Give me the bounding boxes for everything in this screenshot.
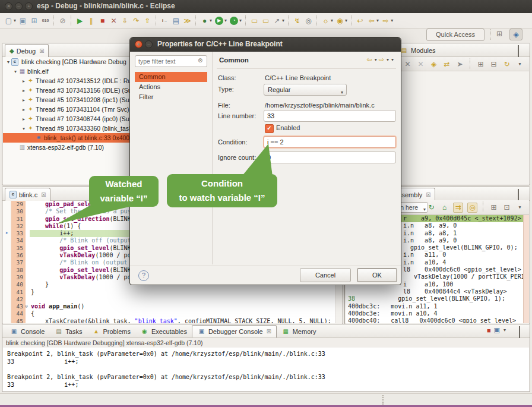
maximize-icon[interactable]: [518, 46, 525, 52]
minimize-icon[interactable]: [509, 327, 516, 333]
chevron-down-icon[interactable]: ▾: [12, 69, 18, 74]
maximize-icon[interactable]: [519, 327, 526, 333]
last-edit-button[interactable]: ↩: [354, 15, 366, 27]
tab-tasks[interactable]: ▤Tasks: [49, 325, 87, 337]
tab-debugger-console[interactable]: ▣Debugger Console☒: [192, 325, 277, 337]
layout-button[interactable]: ◈: [428, 58, 439, 70]
menu-button[interactable]: ▾: [514, 201, 525, 213]
search-pair-button[interactable]: ◎: [303, 15, 314, 27]
tab-memory[interactable]: ▦Memory: [277, 325, 321, 337]
chevron-right-icon[interactable]: ▸: [21, 116, 27, 122]
debug-perspective-icon[interactable]: ◈: [509, 29, 522, 40]
instruction-step-button[interactable]: i→: [159, 15, 170, 27]
disassembly-line[interactable]: 400dbc3c: movi.n a11, 1: [346, 303, 529, 310]
chevron-down-icon[interactable]: ▾: [5, 59, 11, 65]
back-icon[interactable]: ⇦: [367, 56, 372, 64]
new-wizard-button[interactable]: ▢▾: [3, 15, 17, 27]
minimize-icon[interactable]: [507, 46, 514, 52]
stop-icon[interactable]: ■: [487, 327, 491, 334]
occurrences-button[interactable]: ☼▾: [320, 15, 334, 27]
disconnect-button[interactable]: ✕: [108, 15, 119, 27]
track-expr-button[interactable]: ◎: [466, 201, 479, 213]
save-all-button[interactable]: ⊞: [28, 15, 40, 27]
chevron-right-icon[interactable]: ▸: [21, 78, 27, 84]
refresh-gold-button[interactable]: ↻: [501, 58, 512, 70]
run-button[interactable]: ▶▾: [213, 15, 228, 27]
forward-button[interactable]: ⇨▾: [380, 15, 394, 27]
tab-console[interactable]: ▣Console: [5, 325, 49, 337]
chevron-right-icon[interactable]: ▸: [21, 107, 27, 112]
line-number-input[interactable]: [264, 110, 396, 122]
fold-marker-icon[interactable]: ⊖: [25, 303, 30, 310]
chevron-down-icon[interactable]: ▾: [375, 57, 377, 62]
profile-button[interactable]: ◔▾: [228, 15, 243, 27]
back-button[interactable]: ⇦▾: [366, 15, 380, 27]
sync-active-button[interactable]: ⇉: [452, 201, 464, 213]
enabled-checkbox[interactable]: ✓: [265, 124, 274, 133]
ignore-count-input[interactable]: [264, 152, 396, 163]
collapse-box-button[interactable]: ⊟: [488, 58, 499, 70]
close-icon[interactable]: ☒: [41, 192, 46, 198]
minimize-icon[interactable]: [507, 190, 514, 196]
tab-debug[interactable]: ◆ Debug ☒: [5, 44, 49, 57]
build-lightning-button[interactable]: ↯: [292, 15, 303, 27]
open-folder-button[interactable]: ▭: [249, 15, 260, 27]
tab-modules[interactable]: ▤Modules: [395, 44, 440, 56]
tab-problems[interactable]: ▲Problems: [87, 325, 135, 337]
cpp-perspective-icon[interactable]: ⊞: [493, 29, 506, 40]
close-icon[interactable]: ☒: [426, 192, 430, 198]
cancel-button[interactable]: Cancel: [300, 268, 351, 282]
new-view-button[interactable]: ⊞: [488, 201, 499, 213]
chevron-down-icon[interactable]: ▾: [387, 57, 389, 62]
maximize-icon[interactable]: [518, 190, 525, 196]
window-close-icon[interactable]: ✕: [5, 2, 12, 10]
debug-button[interactable]: ●▾: [199, 15, 213, 27]
disassembly-line[interactable]: l8 0x400844c4 <vTaskDelay>: [346, 288, 529, 295]
code-line[interactable]: 41}: [3, 289, 342, 296]
window-minimize-icon[interactable]: –: [15, 2, 23, 10]
dialog-nav-actions[interactable]: Actions: [135, 82, 207, 92]
view-menu-icon[interactable]: ▾: [391, 57, 394, 62]
code-line[interactable]: 45 xTaskCreate(&blink_task, "blink_task"…: [3, 318, 342, 323]
tab-executables[interactable]: ◉Executables: [135, 325, 192, 337]
run-external-button[interactable]: ↗▾: [271, 15, 286, 27]
chevron-down-icon[interactable]: ▾: [504, 327, 506, 333]
step-into-button[interactable]: ⇩: [119, 15, 131, 27]
terminate-button[interactable]: ■: [97, 15, 108, 27]
dialog-close-icon[interactable]: ●: [135, 40, 142, 48]
code-line[interactable]: 44{: [3, 310, 342, 317]
disassembly-scrollbar[interactable]: [523, 215, 529, 323]
suspend-button[interactable]: ∥: [86, 15, 97, 27]
skip-breakpoints-button[interactable]: ⊘: [57, 15, 68, 27]
menu-button[interactable]: ▾: [514, 58, 525, 70]
forward-icon[interactable]: ⇨: [379, 56, 384, 64]
dialog-nav-filter[interactable]: Filter: [135, 92, 207, 102]
disassembly-line[interactable]: 400dbc40: call8 0x400dc6c0 <gpio_set_lev…: [346, 317, 529, 323]
disassembly-line[interactable]: 400dbc3e: movi.n a10, 4: [346, 310, 529, 317]
code-line[interactable]: 42: [3, 296, 342, 303]
save-button[interactable]: ▣: [17, 15, 28, 27]
step-over-button[interactable]: ↷: [131, 15, 142, 27]
quick-access-button[interactable]: Quick Access: [426, 29, 484, 41]
chevron-right-icon[interactable]: ▸: [21, 88, 27, 93]
dialog-nav-common[interactable]: Common: [135, 72, 207, 82]
chevron-right-icon[interactable]: ▸: [21, 97, 27, 103]
clear-filter-icon[interactable]: ⊗: [198, 57, 202, 64]
code-line[interactable]: 43⊖void app_main(): [3, 303, 342, 310]
close-icon[interactable]: ☒: [267, 329, 271, 335]
expand-all-button[interactable]: ⊞: [475, 58, 486, 70]
window-maximize-icon[interactable]: +: [25, 2, 33, 10]
type-select[interactable]: Regular ▾: [264, 84, 347, 96]
pin-view-button[interactable]: ⊡: [501, 201, 512, 213]
tab-blink-c[interactable]: c blink.c ☒: [5, 188, 50, 201]
help-icon[interactable]: ?: [138, 270, 149, 281]
close-icon[interactable]: ☒: [39, 48, 44, 54]
chevron-down-icon[interactable]: ▾: [21, 126, 27, 131]
step-return-button[interactable]: ⇧: [142, 15, 153, 27]
search2-button[interactable]: ◉▾: [334, 15, 349, 27]
console-view-button[interactable]: ▤: [170, 15, 182, 27]
ok-button[interactable]: OK: [357, 268, 397, 282]
disassembly-line[interactable]: 38 gpio_set_level(BLINK_GPIO, 1);: [346, 295, 529, 302]
open-folder2-button[interactable]: ▭: [260, 15, 271, 27]
refresh-button[interactable]: ↻: [426, 201, 437, 213]
